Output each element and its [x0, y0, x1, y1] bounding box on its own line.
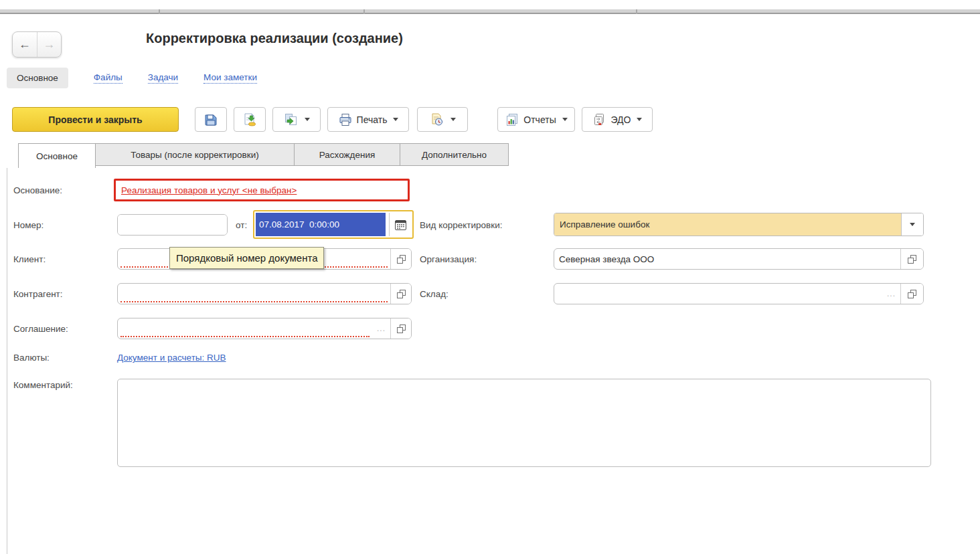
strip-divider — [363, 9, 365, 14]
chevron-down-icon — [451, 118, 456, 121]
counterparty-input[interactable] — [118, 284, 390, 304]
document-clock-icon — [430, 112, 444, 127]
choose-icon — [397, 290, 406, 298]
save-button[interactable] — [195, 107, 227, 132]
save-icon — [203, 112, 218, 127]
agreement-choose-button[interactable] — [391, 318, 411, 339]
chevron-down-icon — [393, 118, 398, 121]
chevron-down-icon — [910, 223, 915, 226]
correction-type-label: Вид корректировки: — [420, 220, 502, 230]
print-button[interactable]: Печать — [327, 107, 409, 132]
post-document-button[interactable] — [234, 107, 266, 132]
section-nav: Основное Файлы Задачи Мои заметки — [7, 67, 257, 88]
counterparty-choose-button[interactable] — [391, 284, 411, 304]
chevron-down-icon — [562, 118, 568, 121]
warehouse-label: Склад: — [420, 289, 448, 299]
calendar-button[interactable] — [389, 213, 411, 236]
agreement-field: ... — [117, 318, 412, 339]
organization-input[interactable]: Северная звезда ООО — [554, 249, 900, 269]
basis-label: Основание: — [13, 185, 62, 195]
organization-field: Северная звезда ООО — [554, 248, 924, 270]
comment-label: Комментарий: — [13, 380, 73, 390]
page-title: Корректировка реализации (создание) — [146, 31, 403, 46]
number-field — [117, 214, 228, 236]
warehouse-input[interactable] — [554, 284, 882, 304]
counterparty-label: Контрагент: — [13, 289, 63, 299]
post-and-close-button[interactable]: Провести и закрыть — [12, 107, 179, 132]
nav-tab-files[interactable]: Файлы — [94, 72, 122, 84]
date-from-label: от: — [236, 220, 247, 230]
basis-link[interactable]: Реализация товаров и услуг <не выбран> — [121, 185, 297, 195]
history-nav: ← → — [12, 31, 62, 58]
comment-textarea[interactable] — [117, 379, 931, 467]
agreement-ellipsis-button[interactable]: ... — [372, 318, 390, 339]
date-field-focused: 07.08.2017 0:00:00 — [253, 210, 414, 239]
choose-icon — [908, 255, 916, 264]
toolbar: Провести и закрыть — [12, 107, 653, 132]
currencies-link[interactable]: Документ и расчеты: RUB — [117, 353, 226, 363]
warehouse-choose-button[interactable] — [901, 284, 923, 304]
number-tooltip: Порядковый номер документа — [169, 247, 324, 269]
create-based-on-icon — [284, 112, 299, 127]
tab-goods-after-correction[interactable]: Товары (после корректировки) — [96, 143, 295, 166]
chevron-down-icon — [305, 118, 310, 121]
strip-divider — [636, 9, 637, 14]
nav-tab-main[interactable]: Основное — [7, 68, 68, 88]
warehouse-field: ... — [554, 283, 924, 304]
reports-button-label: Отчеты — [523, 114, 556, 125]
tooltip-text: Порядковый номер документа — [176, 252, 317, 264]
agreement-label: Соглашение: — [13, 324, 68, 334]
forward-button[interactable]: → — [37, 32, 62, 57]
create-based-on-button[interactable] — [272, 107, 321, 132]
warehouse-ellipsis-button[interactable]: ... — [882, 284, 900, 304]
date-input-selected-text[interactable]: 07.08.2017 0:00:00 — [256, 213, 386, 236]
basis-error-frame: Реализация товаров и услуг <не выбран> — [114, 179, 410, 201]
correction-type-dropdown-button[interactable] — [901, 213, 923, 236]
currencies-label: Валюты: — [13, 353, 50, 363]
edo-button-label: ЭДО — [611, 114, 631, 125]
organization-choose-button[interactable] — [901, 249, 923, 269]
reports-button[interactable]: Отчеты — [497, 107, 575, 132]
print-button-label: Печать — [357, 114, 388, 125]
calendar-icon — [395, 219, 406, 230]
edo-icon — [592, 112, 607, 127]
correction-type-value[interactable]: Исправление ошибок — [554, 213, 901, 236]
print-icon — [338, 112, 353, 127]
choose-icon — [908, 290, 916, 298]
tab-additional[interactable]: Дополнительно — [400, 143, 509, 166]
organization-label: Организация: — [420, 254, 477, 264]
nav-tab-tasks[interactable]: Задачи — [148, 72, 178, 84]
tab-discrepancies[interactable]: Расхождения — [295, 143, 400, 166]
agreement-input[interactable] — [118, 318, 372, 339]
chevron-down-icon — [637, 118, 642, 121]
correction-type-combobox: Исправление ошибок — [554, 213, 924, 236]
counterparty-field — [117, 283, 412, 304]
number-label: Номер: — [13, 220, 44, 230]
reports-icon — [505, 112, 519, 127]
strip-divider — [159, 9, 160, 14]
back-button[interactable]: ← — [13, 32, 37, 57]
tab-main[interactable]: Основное — [18, 143, 96, 168]
client-label: Клиент: — [13, 254, 46, 264]
client-choose-button[interactable] — [391, 249, 411, 269]
number-input[interactable] — [118, 215, 228, 235]
window-tab-strip — [0, 9, 980, 14]
choose-icon — [397, 255, 406, 264]
panel-left-border — [7, 168, 7, 554]
post-document-icon — [242, 112, 257, 127]
document-tabs: Основное Товары (после корректировки) Ра… — [18, 143, 509, 168]
choose-icon — [397, 325, 406, 333]
nav-tab-notes[interactable]: Мои заметки — [203, 72, 257, 84]
document-clock-button[interactable] — [417, 107, 468, 132]
edo-button[interactable]: ЭДО — [582, 107, 653, 132]
